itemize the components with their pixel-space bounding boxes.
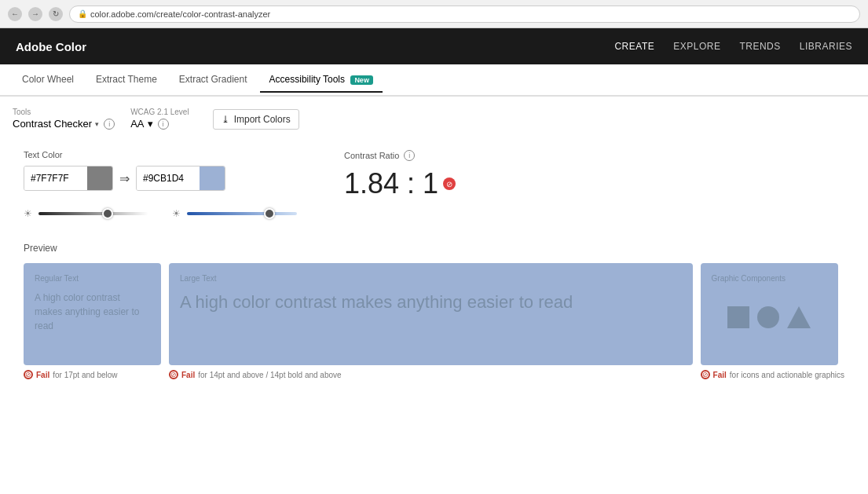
preview-type-large: Large Text <box>180 274 682 283</box>
swap-icon[interactable]: ⇒ <box>119 171 130 186</box>
url-text: color.adobe.com/create/color-contrast-an… <box>90 9 270 19</box>
tools-value: Contrast Checker <box>13 118 92 130</box>
preview-type-graphic: Graphic Components <box>712 274 827 283</box>
bg-hex-input[interactable] <box>137 166 200 190</box>
import-icon: ⤓ <box>222 114 229 125</box>
tools-group: Tools Contrast Checker ▾ i <box>13 108 115 130</box>
wcag-value: AA <box>130 118 144 130</box>
tab-bar: Color Wheel Extract Theme Extract Gradie… <box>0 64 868 96</box>
preview-card-regular-inner: Regular Text A high color contrast makes… <box>24 263 161 365</box>
preview-label: Preview <box>24 243 844 254</box>
graphic-shapes <box>712 291 827 344</box>
text-color-label: Text Color <box>24 150 297 159</box>
wcag-label: WCAG 2.1 Level <box>130 108 189 116</box>
bg-brightness-slider-row: ☀ <box>172 208 297 219</box>
contrast-ratio-label: Contrast Ratio <box>344 151 399 160</box>
fail-desc-graphic: for icons and actionable graphics <box>730 371 844 379</box>
preview-card-large-inner: Large Text A high color contrast makes a… <box>169 263 693 365</box>
contrast-ratio-value: 1.84 : 1 <box>344 167 438 200</box>
fail-row-regular: ⊘ Fail for 17pt and below <box>24 370 161 379</box>
tab-color-wheel[interactable]: Color Wheel <box>13 68 83 93</box>
wcag-chevron-icon: ▾ <box>148 118 153 130</box>
wcag-section: WCAG 2.1 Level AA ▾ i <box>130 108 189 130</box>
shape-triangle <box>787 306 811 328</box>
contrast-fail-icon: ⊘ <box>443 177 456 190</box>
color-inputs-area: Text Color ⇒ ☀ <box>24 150 844 219</box>
forward-button[interactable]: → <box>28 7 42 21</box>
fail-label-regular: Fail <box>36 371 49 379</box>
preview-card-graphic-inner: Graphic Components <box>701 263 838 365</box>
shape-square <box>727 306 749 328</box>
fail-row-large: ⊘ Fail for 14pt and above / 14pt bold an… <box>169 370 693 379</box>
tab-extract-gradient[interactable]: Extract Gradient <box>170 68 257 93</box>
wcag-info-icon[interactable]: i <box>158 119 169 130</box>
contrast-ratio-section: Contrast Ratio i 1.84 : 1 ⊘ <box>344 150 456 200</box>
shape-circle <box>757 306 779 328</box>
back-button[interactable]: ← <box>8 7 22 21</box>
tools-dropdown[interactable]: Contrast Checker ▾ i <box>13 118 115 130</box>
main-content: Text Color ⇒ ☀ <box>0 134 868 395</box>
bg-hex-input-wrapper <box>136 166 225 191</box>
preview-card-large: Large Text A high color contrast makes a… <box>169 263 693 379</box>
nav-create[interactable]: CREATE <box>614 41 654 52</box>
preview-section: Preview Regular Text A high color contra… <box>24 243 844 379</box>
text-color-group: Text Color ⇒ ☀ <box>24 150 297 219</box>
preview-card-regular: Regular Text A high color contrast makes… <box>24 263 161 379</box>
import-label: Import Colors <box>234 114 291 125</box>
preview-type-regular: Regular Text <box>35 274 150 283</box>
info-icon[interactable]: i <box>104 119 115 130</box>
url-bar[interactable]: 🔒 color.adobe.com/create/color-contrast-… <box>69 5 860 23</box>
fail-icon-graphic: ⊘ <box>701 370 710 379</box>
text-brightness-slider-row: ☀ <box>24 208 148 219</box>
tools-label: Tools <box>13 108 115 116</box>
fail-desc-large: for 14pt and above / 14pt bold and above <box>198 371 341 379</box>
contrast-info-icon[interactable]: i <box>404 150 415 161</box>
fail-label-large: Fail <box>181 371 195 379</box>
text-color-swatch[interactable] <box>87 166 112 191</box>
sun-icon-bg: ☀ <box>172 208 181 219</box>
preview-card-graphic: Graphic Components ⊘ Fail for icons and … <box>701 263 844 379</box>
app-header: Adobe Color CREATE EXPLORE TRENDS LIBRAR… <box>0 28 868 64</box>
browser-chrome: ← → ↻ 🔒 color.adobe.com/create/color-con… <box>0 0 868 28</box>
preview-text-large: A high color contrast makes anything eas… <box>180 291 682 315</box>
fail-row-graphic: ⊘ Fail for icons and actionable graphics <box>701 370 844 379</box>
preview-cards: Regular Text A high color contrast makes… <box>24 263 844 379</box>
text-hex-input-wrapper <box>24 166 113 191</box>
fail-icon-large: ⊘ <box>169 370 178 379</box>
fail-label-graphic: Fail <box>713 371 727 379</box>
refresh-button[interactable]: ↻ <box>49 7 63 21</box>
bg-brightness-slider[interactable] <box>187 212 297 215</box>
tools-section: Tools Contrast Checker ▾ i WCAG 2.1 Leve… <box>0 100 868 134</box>
nav-libraries[interactable]: LIBRARIES <box>800 41 852 52</box>
lock-icon: 🔒 <box>78 9 87 18</box>
text-hex-input[interactable] <box>24 166 87 190</box>
nav-trends[interactable]: TRENDS <box>739 41 780 52</box>
sun-icon-text: ☀ <box>24 208 32 219</box>
text-brightness-slider[interactable] <box>38 212 148 215</box>
fail-icon-regular: ⊘ <box>24 370 33 379</box>
tab-accessibility-tools[interactable]: Accessibility Tools New <box>260 68 383 93</box>
header-nav: CREATE EXPLORE TRENDS LIBRARIES <box>614 41 852 52</box>
bg-color-swatch[interactable] <box>200 166 225 191</box>
app-title: Adobe Color <box>16 40 86 53</box>
preview-text-regular: A high color contrast makes anything eas… <box>35 291 150 333</box>
nav-explore[interactable]: EXPLORE <box>673 41 720 52</box>
chevron-down-icon: ▾ <box>95 120 99 128</box>
fail-desc-regular: for 17pt and below <box>53 371 117 379</box>
tab-extract-theme[interactable]: Extract Theme <box>86 68 167 93</box>
new-badge: New <box>350 75 373 85</box>
import-colors-button[interactable]: ⤓ Import Colors <box>213 109 299 130</box>
